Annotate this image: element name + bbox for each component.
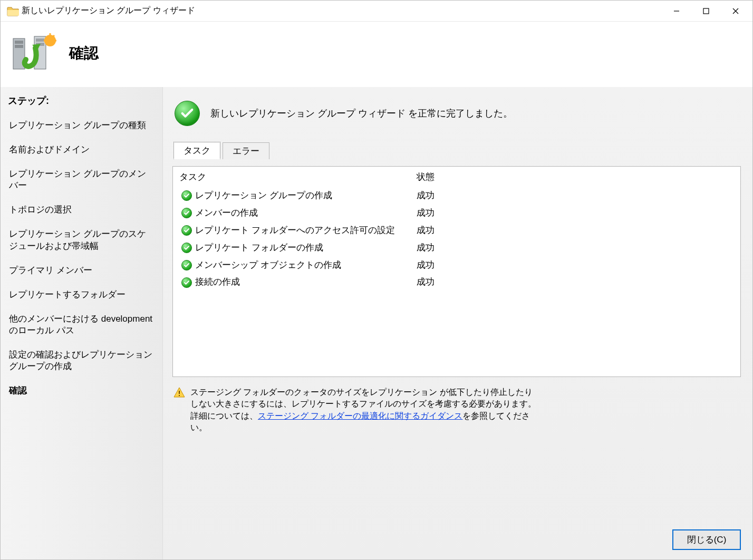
warning-text: ステージング フォルダーのクォータのサイズをレプリケーション が低下したり停止し… xyxy=(190,387,540,434)
window-controls xyxy=(662,1,750,21)
step-item[interactable]: レプリケーション グループのスケジュールおよび帯域幅 xyxy=(6,225,157,255)
table-row[interactable]: 接続の作成 成功 xyxy=(179,275,734,290)
main-panel: 新しいレプリケーション グループ ウィザード を正常に完了しました。 タスク エ… xyxy=(163,87,752,559)
svg-rect-6 xyxy=(15,41,23,44)
column-status[interactable]: 状態 xyxy=(417,171,734,183)
step-item[interactable]: トポロジの選択 xyxy=(6,201,157,219)
status-cell: 成功 xyxy=(417,240,734,256)
svg-rect-1 xyxy=(703,8,709,14)
step-item[interactable]: プライマリ メンバー xyxy=(6,262,157,279)
step-item[interactable]: 設定の確認およびレプリケーション グループの作成 xyxy=(6,346,157,375)
steps-heading: ステップ: xyxy=(6,91,157,110)
check-icon xyxy=(181,190,192,201)
check-icon xyxy=(181,208,192,218)
titlebar: 新しいレプリケーション グループ ウィザード xyxy=(1,1,752,22)
step-item[interactable]: レプリケートするフォルダー xyxy=(6,286,157,304)
table-row[interactable]: レプリケーション グループの作成 成功 xyxy=(179,188,734,204)
task-cell: レプリケーション グループの作成 xyxy=(194,188,417,204)
svg-rect-18 xyxy=(179,395,180,396)
maximize-button[interactable] xyxy=(691,1,721,21)
step-item[interactable]: レプリケーション グループのメンバー xyxy=(6,165,157,195)
step-item[interactable]: 名前およびドメイン xyxy=(6,141,157,159)
table-header: タスク 状態 xyxy=(173,167,740,187)
table-row[interactable]: メンバーシップ オブジェクトの作成 成功 xyxy=(179,258,734,273)
task-cell: メンバーの作成 xyxy=(194,206,417,221)
table-row[interactable]: メンバーの作成 成功 xyxy=(179,206,734,221)
content-area: ステップ: レプリケーション グループの種類 名前およびドメイン レプリケーショ… xyxy=(1,87,752,559)
check-icon xyxy=(181,277,192,288)
column-task[interactable]: タスク xyxy=(179,171,417,183)
page-title: 確認 xyxy=(69,43,99,63)
table-row[interactable]: レプリケート フォルダーへのアクセス許可の設定 成功 xyxy=(179,223,734,238)
app-icon xyxy=(7,6,20,16)
status-cell: 成功 xyxy=(417,188,734,204)
warning-box: ステージング フォルダーのクォータのサイズをレプリケーション が低下したり停止し… xyxy=(172,384,542,436)
task-rows: レプリケーション グループの作成 成功 メンバーの作成 成功 レプリケート フォ… xyxy=(173,187,740,295)
check-icon xyxy=(181,243,192,253)
step-item[interactable]: レプリケーション グループの種類 xyxy=(6,117,157,134)
check-icon xyxy=(181,225,192,236)
close-button[interactable]: 閉じる(C) xyxy=(672,529,741,550)
status-cell: 成功 xyxy=(417,206,734,221)
window-title: 新しいレプリケーション グループ ウィザード xyxy=(20,5,662,16)
task-cell: 接続の作成 xyxy=(194,275,417,290)
steps-sidebar: ステップ: レプリケーション グループの種類 名前およびドメイン レプリケーショ… xyxy=(1,87,163,559)
wizard-icon xyxy=(9,32,56,74)
warning-link[interactable]: ステージング フォルダーの最適化に関するガイダンス xyxy=(258,411,462,420)
svg-rect-8 xyxy=(36,38,44,42)
success-row: 新しいレプリケーション グループ ウィザード を正常に完了しました。 xyxy=(172,98,741,134)
footer: 閉じる(C) xyxy=(172,524,741,550)
step-item-active[interactable]: 確認 xyxy=(6,382,157,400)
task-cell: レプリケート フォルダーの作成 xyxy=(194,240,417,256)
success-message: 新しいレプリケーション グループ ウィザード を正常に完了しました。 xyxy=(210,107,513,120)
step-item[interactable]: 他のメンバーにおける development のローカル パス xyxy=(6,310,157,340)
svg-rect-17 xyxy=(179,391,180,394)
success-check-icon xyxy=(175,101,200,126)
task-cell: レプリケート フォルダーへのアクセス許可の設定 xyxy=(194,223,417,238)
status-cell: 成功 xyxy=(417,223,734,238)
warning-icon xyxy=(173,387,185,398)
table-row[interactable]: レプリケート フォルダーの作成 成功 xyxy=(179,240,734,256)
tab-bar: タスク エラー xyxy=(172,142,741,159)
header-area: 確認 xyxy=(1,22,752,87)
close-window-button[interactable] xyxy=(721,1,750,21)
tab-errors[interactable]: エラー xyxy=(223,142,269,159)
status-cell: 成功 xyxy=(417,275,734,290)
results-table: タスク 状態 レプリケーション グループの作成 成功 メンバーの作成 成功 xyxy=(172,166,741,377)
svg-rect-7 xyxy=(15,45,23,48)
minimize-button[interactable] xyxy=(662,1,691,21)
wizard-window: 新しいレプリケーション グループ ウィザード xyxy=(0,0,753,560)
status-cell: 成功 xyxy=(417,258,734,273)
svg-line-15 xyxy=(53,35,54,36)
tab-tasks[interactable]: タスク xyxy=(173,142,220,159)
task-cell: メンバーシップ オブジェクトの作成 xyxy=(194,258,417,273)
check-icon xyxy=(181,260,192,271)
